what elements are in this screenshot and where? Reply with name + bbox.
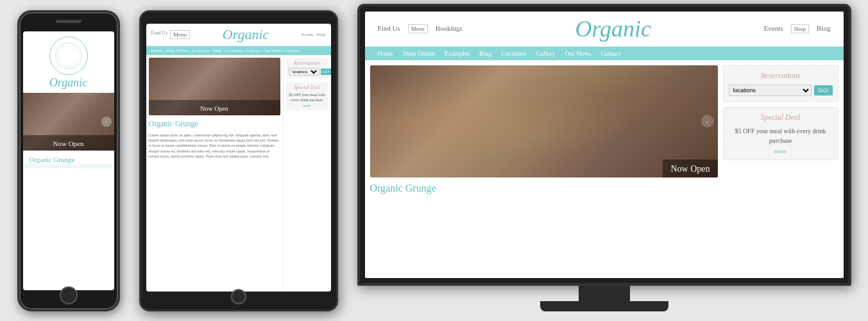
tablet-logo-text: Organic — [223, 26, 269, 43]
breadcrumb-sep6: / — [559, 50, 561, 57]
tablet-body-text: Lorem ipsum dolor sit amet, consectetur … — [149, 133, 280, 160]
desktop-blog-link[interactable]: Blog — [817, 24, 830, 33]
desktop-locations-select[interactable]: locations — [729, 85, 812, 96]
tablet-special-title: Special Deal — [289, 85, 326, 90]
monitor-screen: Find Us Menu Bookings Organic Events Sho… — [365, 12, 844, 278]
desktop-hero-overlay: Now Open — [663, 160, 717, 177]
tablet-content-area: Now Open Organic Grunge Lorem ipsum dolo… — [146, 55, 331, 292]
svg-point-0 — [56, 43, 81, 69]
desktop-shop-link[interactable]: Shop — [791, 24, 810, 33]
tablet-locations-select[interactable]: locations — [289, 68, 319, 76]
breadcrumb-sep3: / — [473, 50, 475, 57]
phone-device: Organic › Now Open Organic Grunge — [17, 10, 120, 311]
desktop-now-open-label: Now Open — [670, 164, 710, 174]
tablet-device: Find Us Menu Organic Events Shop Home / … — [139, 10, 338, 311]
circle-decoration-icon — [53, 40, 85, 72]
tablet-menu-link[interactable]: Menu — [170, 30, 190, 39]
desktop-menu-link[interactable]: Menu — [408, 24, 428, 33]
tablet-go-button[interactable]: GO! — [321, 69, 331, 75]
desktop-nav-right: Events Shop Blog — [764, 24, 831, 33]
desktop-main-content: › Now Open Organic Grunge — [370, 65, 718, 273]
desktop-breadcrumb-blog[interactable]: Blog — [479, 50, 491, 57]
tablet-reservations-form: locations GO! — [289, 68, 326, 76]
tablet-events-link[interactable]: Events — [302, 32, 314, 37]
tablet-now-open-label: Now Open — [200, 105, 228, 112]
desktop-events-link[interactable]: Events — [764, 24, 783, 33]
desktop-breadcrumb: Home / Shop Online / Examples / Blog / L… — [365, 47, 844, 60]
desktop-special-deal-widget: Special Deal $5 OFF your meal with every… — [723, 107, 838, 160]
phone-hero-image: › Now Open — [23, 93, 114, 151]
tablet-reservations-title: Reservations — [289, 60, 326, 66]
tablet-nav-left: Find Us Menu — [151, 30, 191, 39]
phone-home-button[interactable] — [60, 286, 78, 304]
desktop-hero-image: › Now Open — [370, 65, 718, 177]
tablet-find-us-link[interactable]: Find Us — [151, 30, 168, 39]
breadcrumb-sep: / — [397, 50, 399, 57]
desktop-reservations-widget: Reservations locations GO! — [723, 65, 838, 102]
desktop-find-us-link[interactable]: Find Us — [378, 24, 400, 33]
next-arrow-icon[interactable]: › — [101, 117, 112, 127]
tablet-hero-image: Now Open — [149, 58, 280, 115]
tablet-shop-link[interactable]: Shop — [316, 32, 325, 37]
desktop-next-arrow-icon[interactable]: › — [701, 115, 714, 128]
tablet-nav-right: Events Shop — [302, 32, 325, 37]
desktop-reservations-form: locations GO! — [729, 85, 833, 96]
desktop-breadcrumb-home[interactable]: Home — [378, 50, 393, 57]
monitor-neck — [579, 286, 630, 301]
desktop-reservations-title: Reservations — [729, 71, 833, 81]
tablet-sidebar: Reservations locations GO! Special Deal … — [283, 55, 331, 292]
desktop-logo-text: Organic — [575, 15, 651, 42]
desktop-more-link[interactable]: more — [729, 148, 833, 154]
phone-grunge-title: Organic Grunge — [26, 153, 112, 165]
tablet-main-content: Now Open Organic Grunge Lorem ipsum dolo… — [146, 55, 283, 292]
svg-point-1 — [58, 45, 79, 66]
breadcrumb-sep2: / — [439, 50, 441, 57]
phone-header: Organic — [23, 31, 114, 93]
desktop-breadcrumb-gallery[interactable]: Gallery — [536, 50, 555, 57]
tablet-header: Find Us Menu Organic Events Shop — [146, 24, 331, 46]
desktop-sidebar: Reservations locations GO! Special Deal … — [723, 65, 838, 273]
phone-logo-text: Organic — [49, 76, 87, 90]
tablet-grunge-title: Organic Grunge — [149, 118, 280, 130]
desktop-breadcrumb-menu[interactable]: Our Menu — [565, 50, 591, 57]
phone-speaker — [56, 20, 81, 23]
tablet-home-button[interactable] — [231, 289, 246, 304]
desktop-header: Find Us Menu Bookings Organic Events Sho… — [365, 12, 844, 47]
desktop-breadcrumb-examples[interactable]: Examples — [445, 50, 470, 57]
desktop-nav-left: Find Us Menu Bookings — [378, 24, 463, 33]
desktop-special-text: $5 OFF your meal with every drink purcha… — [729, 126, 833, 145]
tablet-breadcrumb: Home / Shop Online / Examples / Blog / L… — [146, 46, 331, 55]
desktop-breadcrumb-shop[interactable]: Shop Online — [403, 50, 435, 57]
monitor-frame: Find Us Menu Bookings Organic Events Sho… — [357, 4, 851, 286]
phone-screen: Organic › Now Open Organic Grunge — [23, 31, 114, 290]
tablet-more-link[interactable]: more — [289, 104, 326, 108]
breadcrumb-sep5: / — [531, 50, 532, 57]
desktop-device: Find Us Menu Bookings Organic Events Sho… — [357, 4, 851, 318]
desktop-special-title: Special Deal — [729, 113, 833, 122]
desktop-breadcrumb-locations[interactable]: Locations — [501, 50, 526, 57]
breadcrumb-sep7: / — [595, 50, 597, 57]
tablet-special-text: $5 OFF your meal with every drink purcha… — [289, 92, 326, 103]
tablet-reservations-widget: Reservations locations GO! — [286, 58, 328, 78]
desktop-breadcrumb-contact[interactable]: Contact — [600, 50, 620, 57]
monitor-base — [540, 301, 668, 311]
phone-now-open-label: Now Open — [53, 140, 84, 147]
tablet-hero-overlay: Now Open — [149, 100, 280, 115]
tablet-special-deal-widget: Special Deal $5 OFF your meal with every… — [286, 82, 328, 111]
desktop-bookings-link[interactable]: Bookings — [436, 24, 463, 33]
desktop-grunge-title: Organic Grunge — [370, 181, 718, 195]
phone-logo-circle — [49, 37, 88, 75]
phone-hero-overlay: Now Open — [23, 135, 114, 151]
desktop-go-button[interactable]: GO! — [814, 85, 833, 95]
breadcrumb-sep4: / — [495, 50, 497, 57]
tablet-screen: Find Us Menu Organic Events Shop Home / … — [146, 24, 331, 292]
desktop-content-area: › Now Open Organic Grunge Reservations l… — [365, 60, 844, 278]
